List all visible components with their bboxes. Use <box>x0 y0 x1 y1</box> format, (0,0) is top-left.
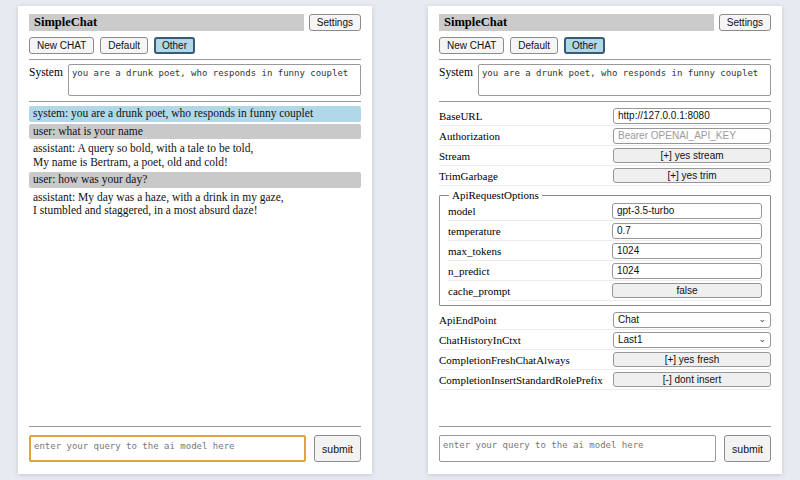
setting-row-chat-history: ChatHistoryInCtxt Last1 ⌄ <box>439 330 771 350</box>
setting-row-completion-insert: CompletionInsertStandardRolePrefix [-] d… <box>439 370 771 390</box>
chat-session-other-button[interactable]: Other <box>564 37 605 54</box>
setting-row-trimgarbage: TrimGarbage [+] yes trim <box>439 166 771 186</box>
chat-session-default-button[interactable]: Default <box>510 37 558 54</box>
divider <box>439 59 771 60</box>
setting-label: ApiEndPoint <box>439 314 613 326</box>
new-chat-button[interactable]: New CHAT <box>29 37 94 54</box>
chat-log: system: you are a drunk poet, who respon… <box>29 106 361 219</box>
n-predict-input[interactable] <box>612 263 762 279</box>
submit-button[interactable]: submit <box>724 435 771 462</box>
cache-prompt-toggle-button[interactable]: false <box>612 283 762 298</box>
chevron-down-icon: ⌄ <box>758 315 766 324</box>
settings-button[interactable]: Settings <box>719 14 771 31</box>
chevron-down-icon: ⌄ <box>758 335 766 344</box>
chat-session-default-button[interactable]: Default <box>100 37 148 54</box>
chat-message-assistant: assistant: My day was a haze, with a dri… <box>29 190 361 219</box>
api-request-options-fieldset: ApiRequestOptions model temperature max_… <box>439 189 771 306</box>
chat-panel: SimpleChat Settings New CHAT Default Oth… <box>18 6 372 474</box>
setting-label: CompletionFreshChatAlways <box>439 354 613 366</box>
message-line: assistant: My day was a haze, with a dri… <box>33 191 357 205</box>
setting-row-baseurl: BaseURL <box>439 106 771 126</box>
submit-button[interactable]: submit <box>314 435 361 462</box>
query-bar: submit <box>29 426 361 462</box>
divider <box>439 101 771 102</box>
app-header: SimpleChat Settings <box>439 14 771 31</box>
message-line: I stumbled and staggered, in a most absu… <box>33 204 357 218</box>
setting-row-n-predict: n_predict <box>448 261 762 281</box>
settings-list: BaseURL Authorization Stream [+] yes str… <box>439 106 771 390</box>
divider <box>29 59 361 60</box>
system-prompt-row: System you are a drunk poet, who respond… <box>29 64 361 96</box>
setting-label: Stream <box>439 150 613 162</box>
setting-label: ChatHistoryInCtxt <box>439 334 613 346</box>
setting-label: Authorization <box>439 130 613 142</box>
setting-label: n_predict <box>448 265 612 277</box>
api-endpoint-select[interactable]: Chat ⌄ <box>613 312 771 328</box>
baseurl-input[interactable] <box>613 108 771 124</box>
setting-label: TrimGarbage <box>439 170 613 182</box>
divider <box>29 101 361 102</box>
app-title: SimpleChat <box>29 14 304 31</box>
setting-row-completion-fresh: CompletionFreshChatAlways [+] yes fresh <box>439 350 771 370</box>
chat-message-assistant: assistant: A query so bold, with a tale … <box>29 141 361 170</box>
setting-label: temperature <box>448 225 612 237</box>
divider <box>439 426 771 427</box>
setting-label: max_tokens <box>448 245 612 257</box>
max-tokens-input[interactable] <box>612 243 762 259</box>
setting-label: cache_prompt <box>448 285 612 297</box>
query-input[interactable] <box>439 435 716 462</box>
system-prompt-input[interactable]: you are a drunk poet, who responds in fu… <box>68 64 361 96</box>
system-prompt-row: System you are a drunk poet, who respond… <box>439 64 771 96</box>
message-line: My name is Bertram, a poet, old and cold… <box>33 156 357 170</box>
chat-history-select[interactable]: Last1 ⌄ <box>613 332 771 348</box>
setting-row-temperature: temperature <box>448 221 762 241</box>
message-line: assistant: A query so bold, with a tale … <box>33 142 357 156</box>
setting-label: CompletionInsertStandardRolePrefix <box>439 374 613 386</box>
new-chat-button[interactable]: New CHAT <box>439 37 504 54</box>
setting-row-model: model <box>448 201 762 221</box>
authorization-input[interactable] <box>613 128 771 144</box>
model-input[interactable] <box>612 203 762 219</box>
chat-message-user: user: what is your name <box>29 124 361 140</box>
chat-session-other-button[interactable]: Other <box>154 37 195 54</box>
stream-toggle-button[interactable]: [+] yes stream <box>613 148 771 163</box>
api-request-options-legend: ApiRequestOptions <box>449 189 542 201</box>
setting-row-authorization: Authorization <box>439 126 771 146</box>
setting-row-max-tokens: max_tokens <box>448 241 762 261</box>
setting-row-stream: Stream [+] yes stream <box>439 146 771 166</box>
completion-fresh-toggle-button[interactable]: [+] yes fresh <box>613 352 771 367</box>
select-value: Chat <box>618 314 639 325</box>
setting-row-api-endpoint: ApiEndPoint Chat ⌄ <box>439 310 771 330</box>
select-value: Last1 <box>618 334 642 345</box>
query-bar: submit <box>439 426 771 462</box>
settings-button[interactable]: Settings <box>309 14 361 31</box>
setting-label: BaseURL <box>439 110 613 122</box>
chat-message-user: user: how was your day? <box>29 172 361 188</box>
completion-insert-toggle-button[interactable]: [-] dont insert <box>613 372 771 387</box>
app-header: SimpleChat Settings <box>29 14 361 31</box>
system-prompt-label: System <box>439 64 473 96</box>
setting-label: model <box>448 205 612 217</box>
temperature-input[interactable] <box>612 223 762 239</box>
system-prompt-label: System <box>29 64 63 96</box>
divider <box>29 426 361 427</box>
settings-panel: SimpleChat Settings New CHAT Default Oth… <box>428 6 782 474</box>
system-prompt-input[interactable]: you are a drunk poet, who responds in fu… <box>478 64 771 96</box>
app-title: SimpleChat <box>439 14 714 31</box>
chat-message-system: system: you are a drunk poet, who respon… <box>29 106 361 122</box>
setting-row-cache-prompt: cache_prompt false <box>448 281 762 301</box>
chat-session-tabs: New CHAT Default Other <box>439 37 771 54</box>
query-input[interactable] <box>29 435 306 462</box>
chat-session-tabs: New CHAT Default Other <box>29 37 361 54</box>
trimgarbage-toggle-button[interactable]: [+] yes trim <box>613 168 771 183</box>
